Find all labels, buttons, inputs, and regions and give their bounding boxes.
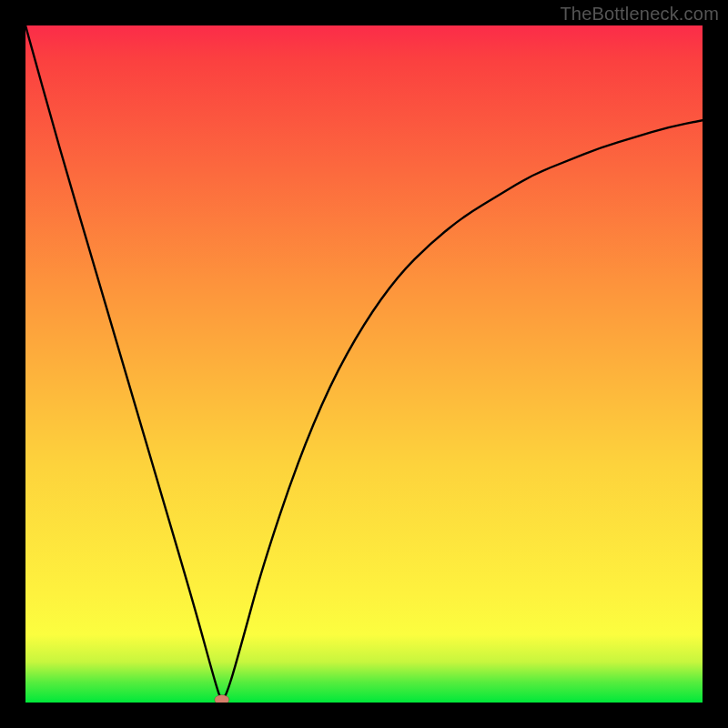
- minimum-marker: [215, 695, 229, 703]
- watermark-text: TheBottleneck.com: [560, 4, 719, 25]
- plot-area: [25, 25, 703, 703]
- bottleneck-curve: [25, 25, 703, 699]
- chart-frame: TheBottleneck.com: [0, 0, 728, 728]
- plot-svg: [25, 25, 703, 703]
